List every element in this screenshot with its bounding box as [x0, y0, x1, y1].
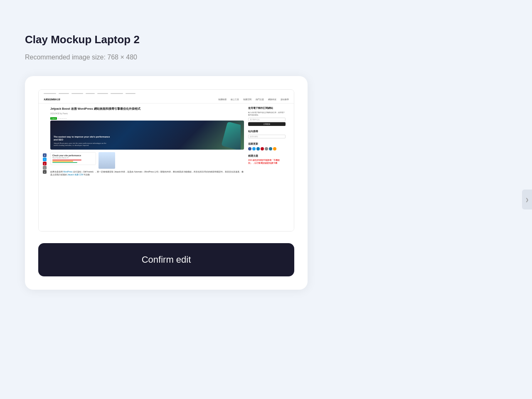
hot-topics-widget: 精選主題 2021 綠色所得稅申報新增「手機規則」，以行動電話認證免讀卡機: [248, 155, 286, 165]
article-img-sub: Jetpack Boost gives your site the same p…: [54, 142, 111, 146]
mockup-card: 免費資源網路社群 免費軟體 線上工具 免費空間 熱門主題 網路科技 架站教學: [25, 76, 308, 290]
subscribe-btn-label: 訂閱更新: [264, 123, 270, 125]
perf-bar-green: [52, 162, 77, 163]
progress-line: [71, 93, 83, 94]
search-placeholder: 搜尋本網站: [250, 136, 258, 138]
nav-item-6: 架站教學: [281, 99, 289, 101]
jetpack-logo-bar: Jetpack — — — — —: [50, 117, 244, 120]
site-nav: 免費軟體 線上工具 免費空間 熱門主題 網路科技 架站教學: [218, 99, 289, 101]
share-btn-x[interactable]: —: [43, 166, 47, 170]
performance-card: Check your site performance Your Current…: [50, 152, 96, 165]
progress-line: [86, 93, 95, 94]
nav-item-1: 免費軟體: [218, 99, 227, 101]
subscribe-button[interactable]: 訂閱更新: [248, 122, 286, 126]
performance-card-row: Check your site performance Your Current…: [50, 152, 244, 169]
progress-line: [111, 93, 123, 94]
jetpack-nav-dots: — — — — —: [58, 118, 66, 119]
follow-widget-title: 追蹤更新: [248, 143, 286, 145]
perf-bar-red: [52, 160, 81, 160]
social-icons-row: [248, 147, 286, 150]
email-placeholder: 電子郵件位址: [250, 119, 260, 121]
search-widget: 站內搜尋 搜尋本網站: [248, 130, 286, 138]
article-link-jetpack-cdn[interactable]: Jetpack 免費 CDN: [67, 174, 83, 176]
nav-item-2: 線上工具: [231, 99, 239, 101]
right-sidebar-handle[interactable]: [522, 190, 532, 209]
perf-bar-orange: [52, 161, 73, 162]
twitter-share-btn[interactable]: t: [43, 158, 47, 161]
nav-item-5: 網路科技: [268, 99, 276, 101]
perf-img-right: [99, 152, 115, 169]
confirm-edit-label: Confirm edit: [142, 254, 191, 265]
site-main: Jetpack Boost 改善 WordPress 網站效能和搜尋引擎最佳化外…: [50, 107, 244, 176]
article-img-graphic: [220, 122, 241, 150]
jetpack-logo: Jetpack: [50, 117, 57, 120]
site-body: Jetpack Boost 改善 WordPress 網站效能和搜尋引擎最佳化外…: [39, 103, 294, 180]
site-topbar: 免費資源網路社群 免費軟體 線上工具 免費空間 熱門主題 網路科技 架站教學: [39, 96, 294, 103]
right-sidebar: [512, 0, 532, 399]
social-icon-email[interactable]: [265, 147, 268, 150]
social-share-bar: f t p — +: [43, 153, 47, 174]
nav-item-3: 免費空間: [243, 99, 251, 101]
recommended-size-label: Recommended image size: 768 × 480: [25, 54, 487, 61]
laptop-screen: 免費資源網路社群 免費軟體 線上工具 免費空間 熱門主題 網路科技 架站教學: [39, 90, 294, 231]
subscribe-widget-desc: 輸入你的電子郵件地址訂閱網站新文章，使用電子郵件接收通知。: [248, 111, 286, 116]
follow-widget: 追蹤更新: [248, 143, 286, 150]
progress-line: [97, 93, 108, 94]
article-img-tagline: The easiest way to improve your site's p…: [54, 135, 111, 141]
progress-line: [44, 93, 56, 94]
perf-bars: [52, 160, 94, 163]
confirm-edit-button[interactable]: Confirm edit: [38, 243, 294, 276]
progress-line: [126, 93, 135, 94]
article-link-wordpress[interactable]: WordPress: [63, 171, 72, 173]
subscribe-widget-title: 使用電子郵件訂閱網站: [248, 107, 286, 110]
search-widget-title: 站內搜尋: [248, 130, 286, 133]
website-frame: 免費資源網路社群 免費軟體 線上工具 免費空間 熱門主題 網路科技 架站教學: [39, 90, 294, 231]
article-date: 2021/04/30 by Pseric: [50, 113, 244, 115]
social-icon-facebook[interactable]: [248, 147, 251, 150]
pinterest-share-btn[interactable]: p: [43, 162, 47, 165]
hot-topics-text: 2021 綠色所得稅申報新增「手機規則」，以行動電話認證免讀卡機: [248, 159, 286, 165]
nav-item-4: 熱門主題: [256, 99, 264, 101]
main-area: Clay Mockup Laptop 2 Recommended image s…: [0, 0, 512, 399]
site-sidebar: 使用電子郵件訂閱網站 輸入你的電子郵件地址訂閱網站新文章，使用電子郵件接收通知。…: [248, 107, 286, 176]
progress-lines: [39, 90, 294, 96]
share-btn-plus[interactable]: +: [43, 170, 47, 174]
social-icon-pinterest[interactable]: [261, 147, 264, 150]
email-input-fake[interactable]: 電子郵件位址: [248, 118, 286, 121]
subscribe-widget: 使用電子郵件訂閱網站 輸入你的電子郵件地址訂閱網站新文章，使用電子郵件接收通知。…: [248, 107, 286, 126]
facebook-share-btn[interactable]: f: [43, 153, 47, 157]
article-title: Jetpack Boost 改善 WordPress 網站效能和搜尋引擎最佳化外…: [50, 107, 244, 111]
search-input-fake[interactable]: 搜尋本網站: [248, 135, 286, 138]
laptop-preview: 免費資源網路社群 免費軟體 線上工具 免費空間 熱門主題 網路科技 架站教學: [38, 89, 294, 232]
article-image: The easiest way to improve your site's p…: [50, 121, 244, 150]
perf-score-label: Your Current Score: 8: [52, 157, 94, 159]
social-icon-rss[interactable]: [273, 147, 276, 150]
progress-line: [59, 93, 69, 94]
page-title: Clay Mockup Laptop 2: [25, 33, 487, 46]
social-icon-twitter[interactable]: [252, 147, 256, 150]
social-icon-linkedin[interactable]: [256, 147, 260, 150]
social-icon-wordpress[interactable]: [269, 147, 272, 150]
article-body-text: 如果你是使用 WordPress 自行架站（Self-hosted），買一定會推…: [50, 170, 244, 176]
site-logo: 免費資源網路社群: [44, 98, 60, 101]
hot-topics-title: 精選主題: [248, 155, 286, 158]
